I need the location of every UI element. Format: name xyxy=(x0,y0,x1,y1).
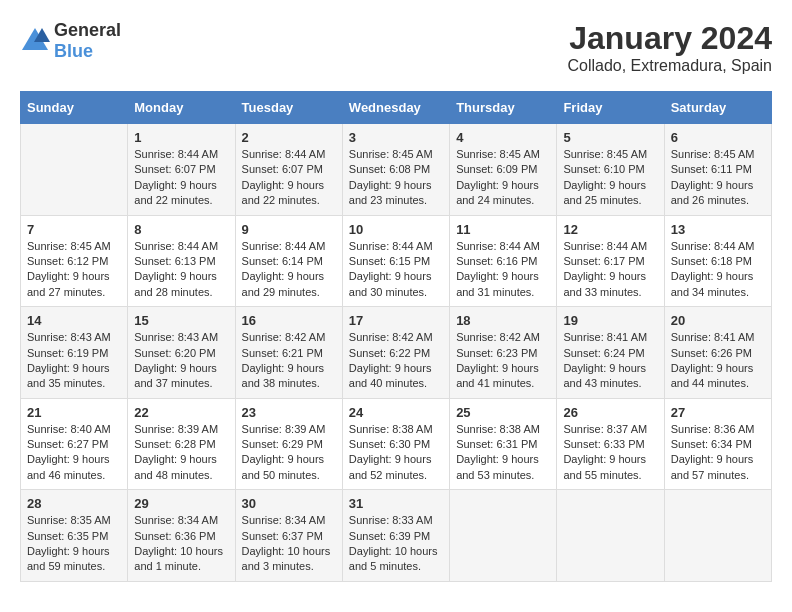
day-cell: 26Sunrise: 8:37 AMSunset: 6:33 PMDayligh… xyxy=(557,398,664,490)
day-cell: 24Sunrise: 8:38 AMSunset: 6:30 PMDayligh… xyxy=(342,398,449,490)
title-area: January 2024 Collado, Extremadura, Spain xyxy=(567,20,772,75)
day-cell: 17Sunrise: 8:42 AMSunset: 6:22 PMDayligh… xyxy=(342,307,449,399)
day-cell: 12Sunrise: 8:44 AMSunset: 6:17 PMDayligh… xyxy=(557,215,664,307)
day-cell: 21Sunrise: 8:40 AMSunset: 6:27 PMDayligh… xyxy=(21,398,128,490)
day-number: 28 xyxy=(27,496,121,511)
column-header-sunday: Sunday xyxy=(21,92,128,124)
day-number: 20 xyxy=(671,313,765,328)
month-title: January 2024 xyxy=(567,20,772,57)
day-cell: 23Sunrise: 8:39 AMSunset: 6:29 PMDayligh… xyxy=(235,398,342,490)
header: General Blue January 2024 Collado, Extre… xyxy=(20,20,772,75)
day-number: 3 xyxy=(349,130,443,145)
day-info: Sunrise: 8:38 AMSunset: 6:30 PMDaylight:… xyxy=(349,422,443,484)
day-number: 7 xyxy=(27,222,121,237)
column-header-monday: Monday xyxy=(128,92,235,124)
day-info: Sunrise: 8:38 AMSunset: 6:31 PMDaylight:… xyxy=(456,422,550,484)
day-cell: 14Sunrise: 8:43 AMSunset: 6:19 PMDayligh… xyxy=(21,307,128,399)
day-number: 9 xyxy=(242,222,336,237)
day-info: Sunrise: 8:44 AMSunset: 6:15 PMDaylight:… xyxy=(349,239,443,301)
day-info: Sunrise: 8:44 AMSunset: 6:13 PMDaylight:… xyxy=(134,239,228,301)
calendar-table: SundayMondayTuesdayWednesdayThursdayFrid… xyxy=(20,91,772,582)
day-number: 30 xyxy=(242,496,336,511)
header-row: SundayMondayTuesdayWednesdayThursdayFrid… xyxy=(21,92,772,124)
day-info: Sunrise: 8:40 AMSunset: 6:27 PMDaylight:… xyxy=(27,422,121,484)
day-cell: 15Sunrise: 8:43 AMSunset: 6:20 PMDayligh… xyxy=(128,307,235,399)
day-number: 19 xyxy=(563,313,657,328)
day-cell: 11Sunrise: 8:44 AMSunset: 6:16 PMDayligh… xyxy=(450,215,557,307)
day-cell: 1Sunrise: 8:44 AMSunset: 6:07 PMDaylight… xyxy=(128,124,235,216)
column-header-wednesday: Wednesday xyxy=(342,92,449,124)
day-cell: 16Sunrise: 8:42 AMSunset: 6:21 PMDayligh… xyxy=(235,307,342,399)
day-cell: 25Sunrise: 8:38 AMSunset: 6:31 PMDayligh… xyxy=(450,398,557,490)
day-number: 23 xyxy=(242,405,336,420)
day-number: 22 xyxy=(134,405,228,420)
day-info: Sunrise: 8:43 AMSunset: 6:20 PMDaylight:… xyxy=(134,330,228,392)
day-cell: 18Sunrise: 8:42 AMSunset: 6:23 PMDayligh… xyxy=(450,307,557,399)
day-number: 6 xyxy=(671,130,765,145)
day-info: Sunrise: 8:36 AMSunset: 6:34 PMDaylight:… xyxy=(671,422,765,484)
day-info: Sunrise: 8:35 AMSunset: 6:35 PMDaylight:… xyxy=(27,513,121,575)
day-info: Sunrise: 8:41 AMSunset: 6:26 PMDaylight:… xyxy=(671,330,765,392)
day-cell: 3Sunrise: 8:45 AMSunset: 6:08 PMDaylight… xyxy=(342,124,449,216)
day-cell: 31Sunrise: 8:33 AMSunset: 6:39 PMDayligh… xyxy=(342,490,449,582)
week-row-5: 28Sunrise: 8:35 AMSunset: 6:35 PMDayligh… xyxy=(21,490,772,582)
day-number: 27 xyxy=(671,405,765,420)
day-number: 1 xyxy=(134,130,228,145)
day-number: 11 xyxy=(456,222,550,237)
day-number: 2 xyxy=(242,130,336,145)
day-info: Sunrise: 8:39 AMSunset: 6:28 PMDaylight:… xyxy=(134,422,228,484)
day-cell xyxy=(21,124,128,216)
day-cell: 22Sunrise: 8:39 AMSunset: 6:28 PMDayligh… xyxy=(128,398,235,490)
day-number: 13 xyxy=(671,222,765,237)
day-cell: 6Sunrise: 8:45 AMSunset: 6:11 PMDaylight… xyxy=(664,124,771,216)
day-cell: 28Sunrise: 8:35 AMSunset: 6:35 PMDayligh… xyxy=(21,490,128,582)
day-number: 4 xyxy=(456,130,550,145)
day-cell: 20Sunrise: 8:41 AMSunset: 6:26 PMDayligh… xyxy=(664,307,771,399)
day-cell: 27Sunrise: 8:36 AMSunset: 6:34 PMDayligh… xyxy=(664,398,771,490)
day-cell xyxy=(450,490,557,582)
day-cell: 5Sunrise: 8:45 AMSunset: 6:10 PMDaylight… xyxy=(557,124,664,216)
day-number: 8 xyxy=(134,222,228,237)
week-row-3: 14Sunrise: 8:43 AMSunset: 6:19 PMDayligh… xyxy=(21,307,772,399)
day-info: Sunrise: 8:45 AMSunset: 6:08 PMDaylight:… xyxy=(349,147,443,209)
day-info: Sunrise: 8:42 AMSunset: 6:21 PMDaylight:… xyxy=(242,330,336,392)
day-number: 18 xyxy=(456,313,550,328)
column-header-saturday: Saturday xyxy=(664,92,771,124)
column-header-thursday: Thursday xyxy=(450,92,557,124)
day-info: Sunrise: 8:44 AMSunset: 6:18 PMDaylight:… xyxy=(671,239,765,301)
day-info: Sunrise: 8:43 AMSunset: 6:19 PMDaylight:… xyxy=(27,330,121,392)
day-number: 29 xyxy=(134,496,228,511)
day-number: 26 xyxy=(563,405,657,420)
day-number: 24 xyxy=(349,405,443,420)
day-info: Sunrise: 8:44 AMSunset: 6:14 PMDaylight:… xyxy=(242,239,336,301)
week-row-1: 1Sunrise: 8:44 AMSunset: 6:07 PMDaylight… xyxy=(21,124,772,216)
day-info: Sunrise: 8:34 AMSunset: 6:37 PMDaylight:… xyxy=(242,513,336,575)
day-info: Sunrise: 8:45 AMSunset: 6:09 PMDaylight:… xyxy=(456,147,550,209)
day-info: Sunrise: 8:45 AMSunset: 6:12 PMDaylight:… xyxy=(27,239,121,301)
day-cell: 13Sunrise: 8:44 AMSunset: 6:18 PMDayligh… xyxy=(664,215,771,307)
day-info: Sunrise: 8:44 AMSunset: 6:16 PMDaylight:… xyxy=(456,239,550,301)
day-info: Sunrise: 8:45 AMSunset: 6:11 PMDaylight:… xyxy=(671,147,765,209)
day-info: Sunrise: 8:39 AMSunset: 6:29 PMDaylight:… xyxy=(242,422,336,484)
week-row-4: 21Sunrise: 8:40 AMSunset: 6:27 PMDayligh… xyxy=(21,398,772,490)
day-cell: 30Sunrise: 8:34 AMSunset: 6:37 PMDayligh… xyxy=(235,490,342,582)
day-info: Sunrise: 8:44 AMSunset: 6:07 PMDaylight:… xyxy=(242,147,336,209)
logo-text-general: General xyxy=(54,20,121,40)
logo: General Blue xyxy=(20,20,121,62)
day-number: 12 xyxy=(563,222,657,237)
day-info: Sunrise: 8:37 AMSunset: 6:33 PMDaylight:… xyxy=(563,422,657,484)
day-cell xyxy=(664,490,771,582)
day-number: 17 xyxy=(349,313,443,328)
day-cell: 4Sunrise: 8:45 AMSunset: 6:09 PMDaylight… xyxy=(450,124,557,216)
day-cell: 7Sunrise: 8:45 AMSunset: 6:12 PMDaylight… xyxy=(21,215,128,307)
day-info: Sunrise: 8:45 AMSunset: 6:10 PMDaylight:… xyxy=(563,147,657,209)
day-cell: 9Sunrise: 8:44 AMSunset: 6:14 PMDaylight… xyxy=(235,215,342,307)
logo-text-blue: Blue xyxy=(54,41,93,61)
day-number: 10 xyxy=(349,222,443,237)
day-cell: 2Sunrise: 8:44 AMSunset: 6:07 PMDaylight… xyxy=(235,124,342,216)
day-number: 16 xyxy=(242,313,336,328)
day-cell xyxy=(557,490,664,582)
day-number: 5 xyxy=(563,130,657,145)
day-info: Sunrise: 8:42 AMSunset: 6:23 PMDaylight:… xyxy=(456,330,550,392)
day-number: 21 xyxy=(27,405,121,420)
